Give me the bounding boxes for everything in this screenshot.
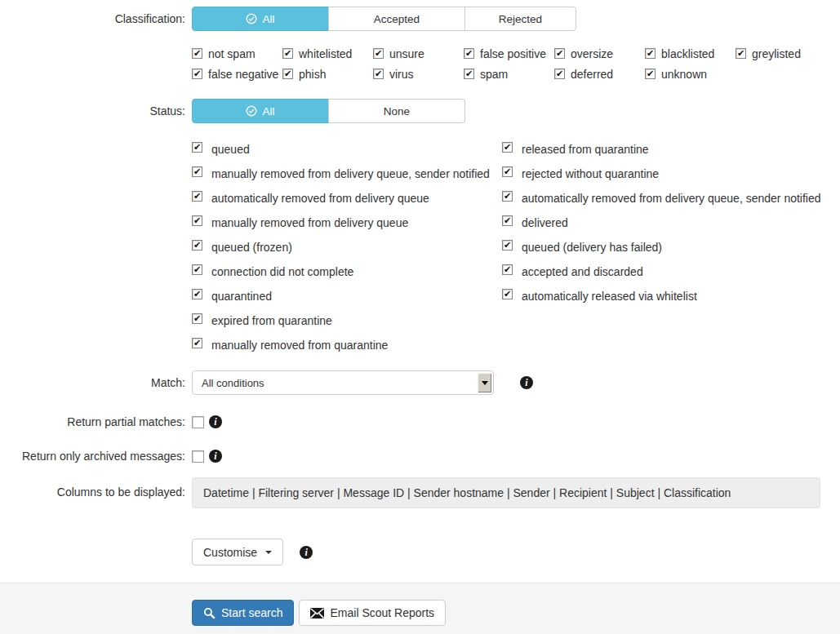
checkbox-icon[interactable] [192, 142, 202, 153]
checkbox-icon[interactable] [502, 289, 513, 299]
status-toggle-button[interactable]: None [328, 99, 465, 123]
status-checkbox-item[interactable]: rejected without quarantine [502, 166, 821, 191]
status-toggle-button[interactable]: All [192, 99, 329, 123]
checkbox-label: false positive [480, 48, 546, 60]
checkbox-icon[interactable] [192, 166, 202, 177]
status-checkbox-item[interactable]: queued (frozen) [192, 240, 502, 264]
checkbox-icon[interactable] [192, 264, 202, 275]
checkbox-label: queued (frozen) [211, 241, 292, 254]
checkbox-label: accepted and discarded [522, 265, 643, 278]
status-checkbox-item[interactable]: automatically removed from delivery queu… [502, 191, 821, 215]
status-checkbox-item[interactable]: quarantined [192, 289, 502, 313]
checkbox-icon[interactable] [502, 240, 513, 250]
classification-checkbox-item[interactable]: unknown [645, 69, 736, 80]
checkbox-label: expired from quarantine [211, 314, 332, 327]
checkbox-icon[interactable] [192, 338, 202, 348]
classification-checkbox-item[interactable]: false positive [464, 48, 554, 60]
classification-checkbox-item[interactable]: phish [282, 69, 373, 80]
status-checkbox-item[interactable]: accepted and discarded [502, 264, 821, 289]
checkbox-icon[interactable] [192, 313, 202, 324]
status-checkbox-item[interactable]: automatically removed from delivery queu… [192, 191, 502, 215]
checkbox-label: unknown [661, 69, 707, 81]
checkbox-icon[interactable] [192, 69, 202, 79]
checkbox-icon[interactable] [373, 48, 384, 59]
info-circle-icon[interactable]: i [209, 450, 222, 463]
classification-button-group: All Accepted Rejected [192, 7, 576, 31]
customise-button[interactable]: Customise [192, 539, 283, 565]
checkbox-icon[interactable] [645, 48, 656, 59]
classification-checkbox-item[interactable]: unsure [373, 48, 464, 60]
archived-messages-checkbox[interactable] [192, 450, 204, 463]
status-row: Status: All None [0, 99, 840, 123]
status-checkbox-item[interactable]: queued (delivery has failed) [502, 240, 821, 264]
checkbox-icon[interactable] [554, 69, 565, 79]
status-checkbox-item[interactable]: connection did not complete [192, 264, 502, 289]
checkbox-icon[interactable] [282, 48, 293, 59]
classification-checkbox-item[interactable]: virus [373, 69, 464, 80]
info-circle-icon[interactable]: i [300, 546, 313, 559]
form-actions-footer: Start search Email Scout Reports [0, 583, 840, 634]
classification-checkbox-item[interactable]: blacklisted [645, 48, 736, 60]
status-button-group: All None [192, 99, 465, 123]
checkbox-icon[interactable] [373, 69, 384, 79]
classification-label: Classification: [0, 12, 192, 25]
classification-checkbox-item[interactable]: deferred [554, 69, 645, 80]
partial-matches-checkbox[interactable] [192, 416, 204, 428]
checkbox-icon[interactable] [554, 48, 565, 59]
classification-checkbox-item[interactable]: not spam [192, 48, 282, 60]
checkbox-icon[interactable] [502, 215, 513, 226]
checkbox-label: unsure [389, 48, 424, 60]
checkbox-icon[interactable] [464, 48, 474, 59]
status-checkbox-item[interactable]: delivered [502, 215, 821, 240]
classification-checkbox-item[interactable]: oversize [554, 48, 645, 60]
checkbox-icon[interactable] [192, 48, 202, 59]
checkbox-icon[interactable] [192, 240, 202, 250]
checkbox-icon[interactable] [192, 289, 202, 299]
toggle-button-label: All [262, 13, 274, 25]
classification-toggle-button[interactable]: Accepted [328, 7, 465, 31]
checkbox-label: queued [211, 143, 250, 156]
match-select[interactable]: All conditions [192, 370, 494, 395]
checkbox-icon[interactable] [645, 69, 656, 79]
classification-checkbox-item[interactable]: greylisted [736, 48, 826, 60]
status-checkbox-item[interactable]: released from quarantine [502, 142, 821, 166]
classification-toggle-button[interactable]: All [192, 7, 329, 31]
status-checkbox-item[interactable]: expired from quarantine [192, 313, 502, 338]
checkbox-icon[interactable] [502, 191, 513, 202]
checkbox-icon[interactable] [464, 69, 474, 79]
classification-checkbox-grid: not spam whitelisted unsure fals [192, 48, 840, 80]
classification-checkbox-item[interactable]: spam [464, 69, 554, 80]
checkbox-label: connection did not complete [211, 265, 353, 278]
info-circle-icon[interactable]: i [209, 415, 222, 428]
status-checkbox-item[interactable]: manually removed from delivery queue, se… [192, 166, 502, 191]
status-checkbox-item[interactable]: manually removed from delivery queue [192, 215, 502, 240]
partial-matches-label: Return partial matches: [0, 415, 192, 428]
columns-display-box: Datetime | Filtering server | Message ID… [192, 477, 820, 508]
columns-row: Columns to be displayed: Datetime | Filt… [0, 477, 840, 508]
status-checkbox-item[interactable]: queued [192, 142, 502, 166]
checkbox-icon[interactable] [502, 142, 513, 153]
status-checkbox-list-left: queued manually removed from delivery qu… [192, 142, 502, 362]
checkbox-label: deferred [571, 69, 613, 81]
checkbox-label: false negative [208, 69, 278, 81]
start-search-button[interactable]: Start search [192, 600, 294, 626]
toggle-button-label: Rejected [499, 13, 542, 25]
checkbox-label: queued (delivery has failed) [522, 241, 662, 254]
message-search-form: Classification: All Accepted [0, 0, 840, 634]
checkbox-icon[interactable] [282, 69, 293, 79]
checkbox-icon[interactable] [502, 166, 513, 177]
email-scout-reports-button[interactable]: Email Scout Reports [299, 600, 446, 626]
status-checkbox-list-right: released from quarantine rejected withou… [502, 142, 821, 313]
checkbox-icon[interactable] [192, 215, 202, 226]
classification-checkbox-item[interactable]: false negative [192, 69, 282, 80]
status-checkbox-item[interactable]: manually removed from quarantine [192, 338, 502, 362]
classification-toggle-button[interactable]: Rejected [464, 7, 576, 31]
status-checkboxes-row: queued manually removed from delivery qu… [0, 142, 840, 362]
checkbox-icon[interactable] [502, 264, 513, 275]
checkbox-icon[interactable] [192, 191, 202, 202]
select-dropdown-arrow-icon[interactable] [478, 373, 491, 392]
checkbox-icon[interactable] [736, 48, 746, 59]
status-checkbox-item[interactable]: automatically released via whitelist [502, 289, 821, 313]
info-circle-icon[interactable]: i [520, 376, 533, 389]
classification-checkbox-item[interactable]: whitelisted [282, 48, 373, 60]
